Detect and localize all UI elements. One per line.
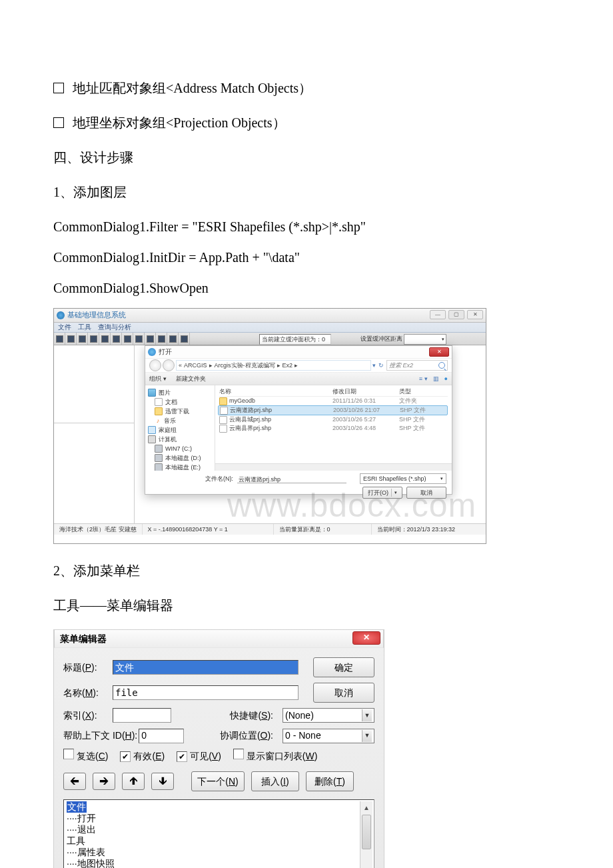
fd-tree-item[interactable]: 文档 bbox=[148, 397, 212, 407]
me-list-scrollbar[interactable]: ▲ ▼ bbox=[360, 801, 372, 868]
gis-status-bar: 海洋技术（2班）毛笙 安建慈 X = -.148900168204738 Y =… bbox=[54, 523, 486, 535]
fd-cancel-button[interactable]: 取消 bbox=[406, 487, 446, 499]
fd-filename-input[interactable]: 云南道路prj.shp bbox=[237, 475, 346, 483]
minimize-button[interactable]: — bbox=[430, 310, 446, 319]
me-delete-button[interactable]: 删除(T) bbox=[306, 771, 354, 791]
gis-titlebar: 基础地理信息系统 — ▢ ✕ bbox=[54, 309, 486, 323]
menu-file[interactable]: 文件 bbox=[58, 322, 71, 333]
fd-tree-item[interactable]: 图片 bbox=[148, 388, 212, 397]
toolbar-button-3[interactable] bbox=[88, 333, 99, 345]
fd-search-placeholder: 搜索 Ex2 bbox=[389, 361, 413, 370]
me-ok-button[interactable]: 确定 bbox=[313, 657, 374, 677]
me-cancel-button[interactable]: 取消 bbox=[313, 683, 374, 703]
fd-tree-item[interactable]: 本地磁盘 (D:) bbox=[148, 453, 212, 463]
me-caption-label: 标题(P): bbox=[63, 660, 111, 675]
nav-forward-button[interactable] bbox=[163, 359, 175, 371]
buffer-distance-dropdown[interactable] bbox=[404, 334, 446, 345]
me-insert-button[interactable]: 插入(I) bbox=[251, 771, 299, 791]
fd-filter-dropdown[interactable]: ESRI Shapefiles (*.shp) bbox=[360, 473, 446, 484]
toolbar-button-5[interactable] bbox=[111, 333, 122, 345]
gis-body: 打开 ✕ « ARCGIS ▸ Arcgis实验-程克诚编写 ▸ Ex2 ▸ bbox=[54, 345, 486, 535]
status-author: 海洋技术（2班）毛笙 安建慈 bbox=[54, 524, 143, 535]
toolbar-button-8[interactable] bbox=[145, 333, 156, 345]
toolbar-button-1[interactable] bbox=[65, 333, 77, 345]
scroll-thumb[interactable] bbox=[362, 815, 371, 849]
toolbar-button-4[interactable] bbox=[99, 333, 111, 345]
me-arrow-down-button[interactable]: 🡳 bbox=[151, 773, 174, 790]
toolbar-button-6[interactable] bbox=[122, 333, 133, 345]
fd-tree-item[interactable]: ♪音乐 bbox=[148, 416, 212, 425]
col-type[interactable]: 类型 bbox=[399, 387, 439, 396]
scroll-up-icon[interactable]: ▲ bbox=[360, 801, 372, 813]
me-list-item[interactable]: ····属性表 bbox=[67, 847, 371, 858]
me-next-button[interactable]: 下一个(N) bbox=[191, 771, 245, 791]
me-enabled-checkbox[interactable]: ✔有效(E) bbox=[120, 749, 165, 763]
me-arrow-right-button[interactable]: 🡲 bbox=[93, 773, 115, 790]
fd-filename-label: 文件名(N): bbox=[205, 474, 233, 483]
fd-organize-button[interactable]: 组织 ▾ bbox=[149, 374, 167, 383]
fd-tree-item[interactable]: 迅雷下载 bbox=[148, 407, 212, 416]
fd-horizontal-scrollbar[interactable] bbox=[215, 463, 452, 471]
fd-file-row[interactable]: myGeodb2011/11/26 0:31文件夹 bbox=[219, 397, 448, 405]
menu-query[interactable]: 查询与分析 bbox=[98, 322, 131, 333]
toolbar-button-9[interactable] bbox=[156, 333, 167, 345]
code-line-2: CommonDialog1.InitDir = App.Path + "\dat… bbox=[53, 247, 573, 268]
fd-newfolder-button[interactable]: 新建文件夹 bbox=[176, 374, 206, 383]
fd-main: 图片文档迅雷下载♪音乐家庭组计算机WIN7 (C:)本地磁盘 (D:)本地磁盘 … bbox=[145, 385, 452, 471]
nav-back-button[interactable] bbox=[149, 359, 161, 371]
me-list-item[interactable]: 文件 bbox=[67, 801, 371, 813]
me-list-item[interactable]: ····退出 bbox=[67, 824, 371, 835]
fd-nav-row: « ARCGIS ▸ Arcgis实验-程克诚编写 ▸ Ex2 ▸ ▾ ↻ 搜索… bbox=[145, 359, 452, 373]
menu-tools[interactable]: 工具 bbox=[78, 322, 91, 333]
fd-close-button[interactable]: ✕ bbox=[429, 347, 449, 357]
fd-help-icon[interactable]: ● bbox=[444, 374, 448, 383]
fd-file-row[interactable]: 云南县城prj.shp2003/10/26 5:27SHP 文件 bbox=[219, 415, 448, 424]
col-name[interactable]: 名称 bbox=[219, 387, 332, 396]
heading-design-steps: 四、设计步骤 bbox=[53, 147, 573, 168]
fd-tree-item[interactable]: 本地磁盘 (E:) bbox=[148, 463, 212, 471]
toolbar-button-2[interactable] bbox=[77, 333, 88, 345]
me-shortcut-dropdown[interactable]: (None) ▼ bbox=[283, 708, 374, 723]
toolbar-button-0[interactable] bbox=[54, 333, 65, 345]
me-name-input[interactable]: file bbox=[113, 685, 299, 700]
me-menu-list[interactable]: ▲ ▼ 文件····打开····退出工具····属性表····地图快照查询与分析… bbox=[63, 799, 374, 868]
toolbar-button-10[interactable] bbox=[167, 333, 179, 345]
me-coord-dropdown[interactable]: 0 - None ▼ bbox=[283, 729, 374, 743]
fd-file-row[interactable]: 云南道路prj.shp2003/10/26 21:07SHP 文件 bbox=[218, 405, 448, 415]
me-caption-input[interactable]: 文件 bbox=[113, 660, 299, 675]
me-index-input[interactable] bbox=[113, 708, 171, 723]
me-title-text: 菜单编辑器 bbox=[60, 631, 107, 646]
me-checked-checkbox[interactable]: 复选(C) bbox=[63, 749, 108, 763]
me-close-button[interactable]: ✕ bbox=[352, 631, 380, 645]
maximize-button[interactable]: ▢ bbox=[448, 310, 464, 319]
breadcrumb[interactable]: « ARCGIS ▸ Arcgis实验-程克诚编写 ▸ Ex2 ▸ bbox=[176, 360, 371, 371]
me-arrow-up-button[interactable]: 🡱 bbox=[122, 773, 145, 790]
step-2-note: 工具——菜单编辑器 bbox=[53, 595, 573, 616]
fd-tree-item[interactable]: 家庭组 bbox=[148, 425, 212, 435]
col-date[interactable]: 修改日期 bbox=[332, 387, 399, 396]
gis-menubar: 文件 工具 查询与分析 bbox=[54, 323, 486, 333]
fd-search-input[interactable]: 搜索 Ex2 bbox=[386, 360, 448, 371]
toolbar-button-11[interactable] bbox=[179, 333, 190, 345]
me-windowlist-checkbox[interactable]: 显示窗口列表(W) bbox=[233, 749, 318, 763]
fd-view-icon[interactable]: ≡ ▾ bbox=[419, 374, 428, 383]
fd-pane-icon[interactable]: ▥ bbox=[433, 374, 439, 383]
fd-tree-item[interactable]: WIN7 (C:) bbox=[148, 444, 212, 453]
me-list-item[interactable]: 工具 bbox=[67, 835, 371, 847]
me-list-item[interactable]: ····地图快照 bbox=[67, 858, 371, 868]
toolbar-button-7[interactable] bbox=[133, 333, 145, 345]
gis-app-window: 基础地理信息系统 — ▢ ✕ 文件 工具 查询与分析 当前建立缓冲面积为：0 设… bbox=[53, 308, 486, 544]
code-line-1: CommonDialog1.Filter = "ESRI Shapefiles … bbox=[53, 216, 573, 237]
me-list-item[interactable]: ····打开 bbox=[67, 813, 371, 824]
fd-file-row[interactable]: 云南县界prj.shp2003/10/26 4:48SHP 文件 bbox=[219, 424, 448, 433]
me-arrow-left-button[interactable]: 🡰 bbox=[63, 773, 86, 790]
fd-open-button[interactable]: 打开(O) bbox=[362, 487, 402, 499]
me-visible-checkbox[interactable]: ✔可见(V) bbox=[177, 749, 221, 763]
fd-bottom-bar: 文件名(N): 云南道路prj.shp ESRI Shapefiles (*.s… bbox=[145, 471, 452, 500]
me-titlebar: 菜单编辑器 ✕ bbox=[54, 629, 384, 648]
fd-tree-item[interactable]: 计算机 bbox=[148, 435, 212, 444]
me-shortcut-value: (None) bbox=[285, 708, 314, 723]
me-help-input[interactable]: 0 bbox=[139, 729, 184, 743]
buffer-area-readout: 当前建立缓冲面积为：0 bbox=[259, 334, 331, 345]
close-button[interactable]: ✕ bbox=[467, 310, 483, 319]
